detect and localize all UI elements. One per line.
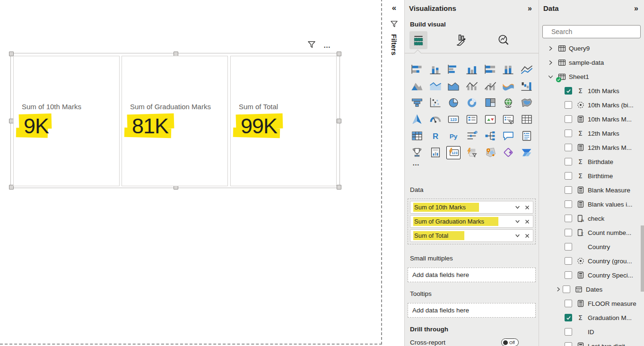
- field-options-chevron-icon[interactable]: [514, 233, 521, 239]
- field-checkbox[interactable]: [565, 200, 572, 208]
- matrix-icon[interactable]: [410, 130, 424, 142]
- stacked-area-chart-icon[interactable]: [429, 80, 442, 93]
- field-checkbox[interactable]: [565, 342, 572, 346]
- hundred-stacked-column-chart-icon[interactable]: [502, 64, 515, 76]
- paginated-report-icon[interactable]: [429, 147, 442, 159]
- table-row-query9[interactable]: Query9: [539, 41, 644, 55]
- waterfall-chart-icon[interactable]: [520, 80, 533, 93]
- field-row[interactable]: Blank Measure: [539, 183, 644, 197]
- cross-report-toggle[interactable]: Off: [501, 338, 519, 346]
- field-pill[interactable]: Sum of 10th Marks: [410, 201, 533, 214]
- field-row[interactable]: 12th Marks M...: [539, 140, 644, 155]
- tab-build-visual[interactable]: [409, 31, 427, 49]
- more-visuals-icon[interactable]: …: [412, 159, 420, 167]
- hundred-stacked-bar-chart-icon[interactable]: [484, 64, 497, 76]
- remove-field-icon[interactable]: [524, 219, 530, 225]
- line-and-stacked-column-chart-icon[interactable]: [465, 80, 479, 93]
- field-row[interactable]: FLOOR measure: [539, 296, 644, 311]
- smart-narrative-icon[interactable]: [520, 130, 533, 142]
- field-options-chevron-icon[interactable]: [514, 204, 521, 210]
- hundred-stacked-area-chart-icon[interactable]: [447, 80, 460, 93]
- field-checkbox[interactable]: [565, 130, 572, 137]
- python-icon[interactable]: Py: [447, 130, 460, 142]
- field-pill[interactable]: Sum of Graduation Marks: [410, 215, 533, 228]
- chevron-right-icon[interactable]: [547, 59, 554, 66]
- field-row[interactable]: 10th Marks M...: [539, 112, 644, 126]
- field-checkbox[interactable]: [565, 300, 572, 307]
- card-visual[interactable]: Sum of Total 99K: [230, 56, 337, 186]
- tab-analytics[interactable]: [495, 31, 513, 49]
- field-checkbox[interactable]: [565, 101, 572, 109]
- card-icon[interactable]: 123: [447, 113, 460, 126]
- field-row[interactable]: ΣBirthtime: [539, 169, 644, 183]
- field-checkbox-checked[interactable]: [565, 314, 572, 321]
- stacked-bar-chart-icon[interactable]: [410, 64, 424, 76]
- line-and-clustered-column-chart-icon[interactable]: [484, 80, 497, 93]
- data-field-well[interactable]: Sum of 10th Marks Sum of Graduation Mark…: [408, 199, 536, 244]
- field-checkbox[interactable]: [565, 158, 572, 165]
- azure-map-icon[interactable]: [410, 113, 424, 126]
- table-row-sheet1[interactable]: Sheet1: [539, 69, 644, 84]
- donut-chart-icon[interactable]: [465, 97, 479, 109]
- field-row[interactable]: Country (grou...: [539, 254, 644, 268]
- field-checkbox[interactable]: [565, 186, 572, 194]
- field-checkbox-checked[interactable]: [565, 87, 572, 95]
- field-row[interactable]: ΣBirthdate: [539, 155, 644, 169]
- field-checkbox[interactable]: [565, 271, 572, 279]
- field-checkbox[interactable]: [565, 115, 572, 123]
- tooltips-well[interactable]: Add data fields here: [408, 303, 536, 318]
- field-row[interactable]: ID: [539, 325, 644, 339]
- field-checkbox[interactable]: [565, 257, 572, 265]
- area-chart-icon[interactable]: [410, 80, 424, 93]
- resize-handle[interactable]: [337, 52, 341, 56]
- field-row[interactable]: Country: [539, 240, 644, 254]
- resize-handle[interactable]: [337, 185, 341, 190]
- card-visual-container[interactable]: Sum of 10th Marks 9K Sum of Graduation M…: [10, 53, 340, 188]
- slicer-new-icon[interactable]: [465, 147, 479, 159]
- pie-chart-icon[interactable]: [447, 97, 460, 109]
- gauge-icon[interactable]: [429, 113, 442, 126]
- field-row[interactable]: Country Speci...: [539, 268, 644, 282]
- chevron-down-icon[interactable]: [547, 73, 554, 80]
- small-multiples-well[interactable]: Add data fields here: [408, 268, 536, 282]
- visual-filter-icon[interactable]: [307, 41, 316, 49]
- field-row[interactable]: check: [539, 211, 644, 225]
- field-pill[interactable]: Sum of Total: [410, 229, 533, 242]
- kpi-icon[interactable]: [484, 113, 497, 126]
- field-options-chevron-icon[interactable]: [514, 218, 521, 225]
- field-checkbox[interactable]: [565, 229, 572, 236]
- table-icon[interactable]: [520, 113, 533, 126]
- resize-handle[interactable]: [337, 119, 341, 123]
- chevron-right-icon[interactable]: [555, 286, 562, 293]
- filled-map-icon[interactable]: [520, 97, 533, 109]
- field-checkbox[interactable]: [565, 172, 572, 180]
- collapse-visualizations-icon[interactable]: »: [528, 4, 532, 13]
- field-checkbox[interactable]: [565, 215, 572, 222]
- ribbon-chart-icon[interactable]: [502, 80, 515, 93]
- field-row[interactable]: ΣGraduation M...: [539, 311, 644, 325]
- field-checkbox[interactable]: [565, 144, 572, 151]
- remove-field-icon[interactable]: [524, 233, 530, 239]
- field-row-dates[interactable]: Dates: [539, 282, 644, 296]
- map-icon[interactable]: [502, 97, 515, 109]
- card-new-icon[interactable]: 123: [446, 146, 461, 159]
- remove-field-icon[interactable]: [524, 205, 530, 210]
- scatter-chart-icon[interactable]: [429, 97, 442, 109]
- filters-pane-title[interactable]: Filters: [390, 34, 398, 55]
- field-row[interactable]: 10th Marks (bi...: [539, 98, 644, 112]
- funnel-chart-icon[interactable]: [410, 97, 424, 109]
- field-row[interactable]: Last two digit: [539, 339, 644, 346]
- table-row-sample-data[interactable]: sample-data: [539, 55, 644, 69]
- collapse-data-pane-icon[interactable]: »: [634, 4, 638, 13]
- line-chart-icon[interactable]: [520, 64, 533, 76]
- field-row[interactable]: Blank values i...: [539, 197, 644, 211]
- field-checkbox[interactable]: [565, 328, 572, 336]
- metrics-icon[interactable]: [410, 147, 424, 159]
- power-apps-icon[interactable]: [502, 147, 515, 159]
- decomposition-tree-icon[interactable]: [484, 130, 497, 142]
- field-row[interactable]: Σ10th Marks: [539, 84, 644, 98]
- report-canvas[interactable]: … Sum of 10th Marks 9K Sum of Graduation…: [0, 0, 384, 346]
- key-influencers-icon[interactable]: [465, 130, 479, 142]
- power-automate-icon[interactable]: [520, 147, 533, 159]
- field-row[interactable]: Σ12th Marks: [539, 126, 644, 140]
